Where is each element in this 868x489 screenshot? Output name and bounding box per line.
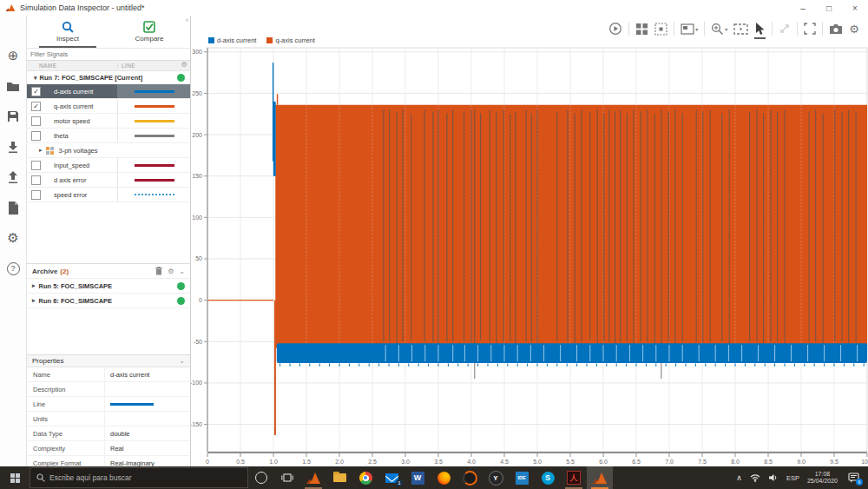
expand-caret-icon[interactable]: ▸ [32,282,36,289]
property-key: Name [27,371,104,379]
add-run-button[interactable]: ⊕ [4,47,22,64]
search-icon [36,473,45,482]
clock[interactable]: 17:08 25/04/2020 [807,471,838,486]
archive-header[interactable]: Archive (2) ⚙ ⌄ [27,264,190,279]
signal-row[interactable]: theta [27,129,190,143]
signal-checkbox[interactable]: ✓ [31,87,41,96]
maximize-button[interactable]: □ [816,0,842,16]
snapshot-camera-button[interactable] [829,23,843,35]
taskbar-app-chrome[interactable] [352,466,378,489]
signal-row[interactable]: motor speed [27,114,190,129]
wifi-icon[interactable] [750,473,760,482]
taskbar-search[interactable]: Escribe aquí para buscar [30,467,248,488]
signal-row[interactable]: ✓q-axis current [27,99,190,114]
line-sample [135,179,174,182]
taskbar-app-firefox[interactable] [431,466,457,489]
archive-run-row[interactable]: ▸Run 6: FOC_SIMSCAPE [27,294,190,308]
acrobat-icon: 人 [567,471,581,485]
cortana-button[interactable] [248,466,274,489]
property-value: Real-Imaginary [104,456,190,466]
plot-area[interactable]: -150-100-5005010015020025030000.51.01.52… [191,42,868,465]
signal-label: d axis error [41,176,117,184]
help-button[interactable]: ? [4,260,22,277]
taskbar-app-skype[interactable]: S [535,466,561,489]
tab-inspect[interactable]: Inspect [27,16,108,48]
signal-row[interactable]: ✓d-axis current [27,84,190,99]
close-button[interactable]: × [842,0,868,16]
minimize-button[interactable]: – [790,0,816,16]
taskbar-app-acrobat[interactable]: 人 [561,466,587,489]
tab-inspect-label: Inspect [56,35,79,43]
report-button[interactable] [4,199,22,216]
expand-caret-icon[interactable]: ▸ [32,297,36,304]
snapshot-view-button[interactable]: ▾ [681,23,698,35]
zoom-tool-button[interactable]: ▾ [711,23,727,36]
taskbar-app-word[interactable]: W [404,466,431,489]
svg-text:-100: -100 [191,380,202,386]
signal-checkbox[interactable] [31,175,41,185]
trash-icon[interactable] [155,267,162,275]
volume-icon[interactable] [768,473,779,482]
line-style-cell[interactable] [117,173,190,187]
signal-checkbox[interactable]: ✓ [31,102,41,111]
property-key: Description [27,386,104,393]
tab-compare[interactable]: Compare [108,16,190,48]
tray-expand-chevron-icon[interactable]: ∧ [736,473,742,482]
archive-gear-icon[interactable]: ⚙ [168,268,174,275]
matlab-logo-icon [5,3,16,12]
open-button[interactable] [4,77,22,95]
signal-row[interactable]: ▸3-ph voltages [27,143,190,158]
fullscreen-button[interactable] [804,23,816,35]
action-center-button[interactable]: 6 [845,470,861,486]
signal-checkbox[interactable] [31,116,41,126]
taskbar-app-camera[interactable]: Y [483,466,509,489]
line-style-cell[interactable] [117,158,190,172]
taskbar-app-recorder[interactable] [457,466,483,489]
replay-button[interactable] [608,22,622,36]
signal-checkbox[interactable] [31,190,41,200]
taskbar-app-matlab-sdi[interactable] [587,466,613,489]
expand-caret-icon[interactable]: ▸ [39,147,43,154]
import-button[interactable] [4,138,22,155]
export-button[interactable] [4,169,22,186]
line-style-cell[interactable] [117,99,190,113]
properties-header[interactable]: Properties ⌄ [27,354,190,367]
task-view-button[interactable] [274,466,300,489]
collapse-panel-icon[interactable]: ‹ [186,16,188,24]
properties-collapse-icon[interactable]: ⌄ [179,357,185,365]
title-bar: Simulation Data Inspector - untitled* – … [0,0,868,17]
taskbar-app-matlab[interactable] [300,466,326,489]
signal-row[interactable]: speed error [27,188,190,202]
line-style-cell[interactable] [117,84,190,98]
chart-settings-button[interactable]: ⚙ [849,23,859,36]
line-style-cell[interactable] [117,188,190,202]
taskbar-app-ide[interactable]: IDE [509,466,535,489]
signal-row[interactable]: d axis error [27,173,190,188]
merge-layout-button[interactable] [654,23,667,36]
filter-signals-input[interactable] [27,49,190,60]
signal-row[interactable]: Input_speed [27,158,190,173]
column-line-header[interactable]: LINE [117,63,190,69]
taskbar-app-mail[interactable]: 1 [378,466,404,489]
archive-run-row[interactable]: ▸Run 5: FOC_SIMSCAPE [27,279,190,294]
run-group-row[interactable]: ▾ Run 7: FOC_SIMSCAPE [Current] [27,71,190,84]
fit-to-view-button[interactable] [733,23,748,35]
matlab-logo-icon [306,472,321,485]
taskbar-app-explorer[interactable] [326,466,352,489]
collapse-caret-icon[interactable]: ▾ [34,75,37,82]
archive-collapse-icon[interactable]: ⌄ [179,268,185,275]
run-status-dot [177,282,185,290]
start-button[interactable] [0,466,30,489]
column-settings-gear-icon[interactable]: ⚙ [181,61,187,69]
preferences-button[interactable]: ⚙ [4,229,22,247]
line-style-cell[interactable] [117,129,190,142]
signal-checkbox[interactable] [31,131,41,141]
language-indicator[interactable]: ESP [786,474,799,482]
subplot-layout-button[interactable] [635,23,648,36]
column-name-header[interactable]: NAME [27,63,117,69]
pointer-tool-button[interactable] [754,23,766,36]
save-button[interactable] [4,108,22,125]
data-cursors-button[interactable] [779,23,791,35]
line-style-cell[interactable] [117,114,190,128]
signal-checkbox[interactable] [31,161,41,170]
